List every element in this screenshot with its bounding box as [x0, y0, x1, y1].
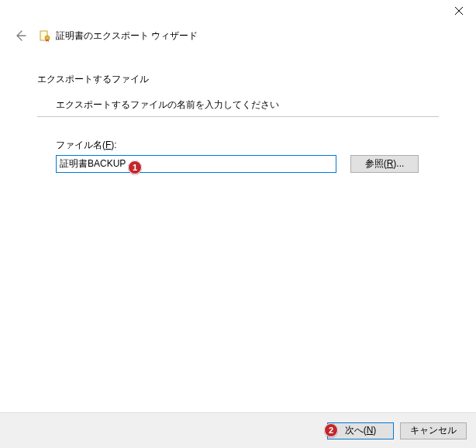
section-heading: エクスポートするファイル [37, 73, 439, 86]
close-icon [455, 7, 463, 15]
filename-input[interactable] [56, 155, 336, 173]
browse-button[interactable]: 参照(R)... [350, 155, 419, 173]
next-button[interactable]: 次へ(N) [327, 422, 394, 439]
back-arrow-icon [14, 29, 26, 42]
filename-label: ファイル名(F): [56, 139, 439, 152]
wizard-header: 証明書のエクスポート ウィザード [0, 23, 476, 54]
close-button[interactable] [441, 0, 476, 22]
footer: 次へ(N) キャンセル [0, 412, 476, 448]
filename-row: 参照(R)... [56, 155, 439, 173]
wizard-title: 証明書のエクスポート ウィザード [56, 29, 198, 43]
certificate-icon [39, 29, 51, 42]
titlebar [0, 0, 476, 23]
back-button[interactable] [12, 28, 28, 43]
section-description: エクスポートするファイルの名前を入力してください [37, 98, 439, 112]
cancel-button[interactable]: キャンセル [400, 422, 467, 439]
content-area: エクスポートするファイル エクスポートするファイルの名前を入力してください ファ… [0, 54, 476, 173]
title-row: 証明書のエクスポート ウィザード [39, 29, 198, 43]
form-area: ファイル名(F): 参照(R)... [37, 117, 439, 173]
